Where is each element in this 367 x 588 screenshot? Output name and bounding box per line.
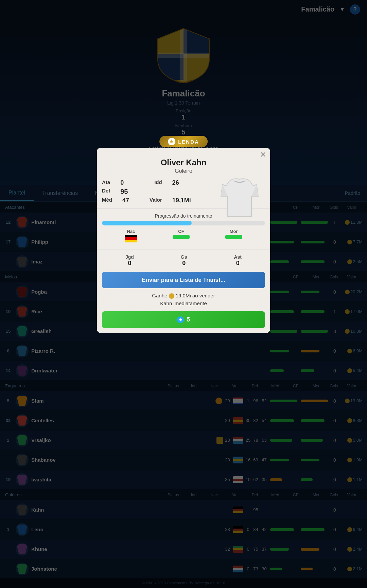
progress-bar-bg [102,221,265,225]
ast-label: Ast [234,254,242,260]
jgd-stat: Jgd 0 [125,254,134,267]
cf-label: CF [178,229,184,234]
mor-bar-modal [225,235,242,239]
ast-value: 0 [236,260,240,267]
cf-flag-item: CF [173,229,190,242]
sell-value: 5 [187,316,190,323]
modal-jersey [219,174,260,218]
modal-stats-section: Ata 0 Idd 26 Def 95 Méd 47 Valor 19,1Mi [97,178,270,206]
ata-value: 0 [120,179,124,186]
jgd-label: Jgd [125,254,134,260]
coin-icon-earn [169,293,174,299]
diamond-icon: ◆ [177,316,184,323]
cf-bar-modal [173,235,190,239]
mor-label: Mor [230,229,238,234]
valor-label: Valor [150,197,162,204]
valor-value: 19,1Mi [172,197,191,204]
nac-flag-item: Nac [125,229,137,242]
stats2-row: Jgd 0 Gs 0 Ast 0 [97,253,270,269]
earn-text: Ganhe 19,0Mi ao venderKahn imediatamente [97,290,270,309]
def-label: Def [102,188,110,196]
def-value: 95 [120,188,128,196]
badge-icon: ★ [168,138,175,145]
progress-bar-fill [102,221,192,225]
idd-value: 26 [172,179,179,186]
modal-player-position: Goleiro [97,168,270,174]
ast-stat: Ast 0 [234,254,242,267]
badge-label: LENDA [178,139,199,145]
modal-badge: ★ LENDA [159,136,208,147]
flags-row: Nac CF Mor [102,229,265,242]
nac-label: Nac [127,229,135,234]
med-label: Méd [102,197,112,204]
gs-label: Gs [181,254,187,260]
ata-label: Ata [102,179,110,186]
gs-value: 0 [182,260,186,267]
sell-button[interactable]: ◆ 5 [102,311,265,328]
transfer-button[interactable]: Enviar para a Lista de Transf... [102,272,265,288]
player-modal: ★ LENDA ✕ Oliver Kahn Goleiro Ata 0 Idd [97,148,270,333]
idd-label: Idd [154,179,162,186]
divider2 [97,250,270,250]
modal-close-button[interactable]: ✕ [260,151,266,159]
modal-player-name: Oliver Kahn [97,158,270,167]
mor-flag-item: Mor [225,229,242,242]
jgd-value: 0 [128,260,131,267]
gs-stat: Gs 0 [181,254,187,267]
nac-flag [125,235,137,242]
med-value: 47 [122,197,129,204]
